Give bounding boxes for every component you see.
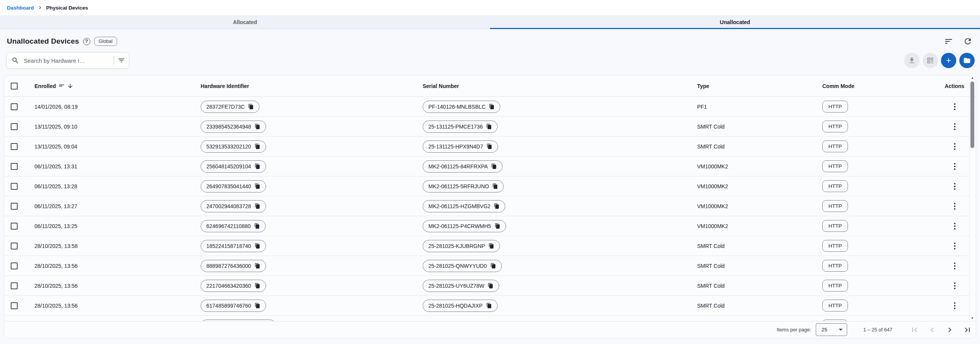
help-icon[interactable]: ? (83, 38, 90, 45)
copy-icon[interactable] (490, 263, 496, 269)
download-button[interactable] (904, 53, 920, 68)
row-checkbox[interactable] (11, 203, 18, 210)
serial-number-chip[interactable]: 25-281025-HQDAJIXP (423, 300, 498, 312)
previous-page-button[interactable] (928, 325, 937, 334)
next-page-button[interactable] (945, 325, 954, 334)
filter-icon[interactable] (118, 57, 125, 64)
copy-icon[interactable] (489, 104, 495, 109)
sort-desc-arrow-icon (67, 83, 74, 89)
row-checkbox[interactable] (11, 243, 18, 249)
copy-icon[interactable] (255, 283, 260, 289)
serial-number-chip[interactable]: 25-281025-UY6UZ78W (423, 280, 499, 292)
hardware-id-chip[interactable]: 617485899746760 (201, 300, 266, 312)
row-checkbox[interactable] (11, 183, 18, 190)
copy-icon[interactable] (494, 203, 500, 209)
copy-icon[interactable] (487, 143, 492, 149)
sort-icon[interactable] (944, 37, 953, 46)
hardware-id-chip[interactable]: 264907835041440 (201, 180, 266, 192)
row-actions-menu-icon[interactable] (951, 122, 958, 131)
serial-number-chip[interactable]: PF-140126-MNLBSBLC (423, 101, 500, 113)
row-actions-menu-icon[interactable] (951, 202, 958, 210)
copy-icon[interactable] (254, 223, 260, 229)
serial-number-chip[interactable]: 25-281025-KJUBRGNP (423, 240, 500, 252)
vertical-scrollbar[interactable]: ▲ ▼ (969, 76, 975, 321)
copy-icon[interactable] (255, 183, 260, 189)
row-actions-menu-icon[interactable] (951, 103, 958, 111)
search-box[interactable] (6, 52, 129, 69)
row-actions-menu-icon[interactable] (951, 262, 958, 270)
row-actions-menu-icon[interactable] (951, 302, 958, 310)
copy-icon[interactable] (248, 104, 254, 109)
hardware-id-chip[interactable]: 221704663420360 (201, 280, 266, 292)
row-checkbox[interactable] (11, 143, 18, 150)
scroll-up-icon[interactable]: ▲ (971, 76, 974, 80)
serial-number-chip[interactable]: MK2-061125-5RFRJUNO (423, 180, 504, 192)
type-cell: VM1000MK2 (697, 183, 822, 189)
hardware-id-chip[interactable]: 185224158718740 (201, 240, 266, 252)
copy-icon[interactable] (255, 143, 260, 149)
copy-icon[interactable] (486, 303, 492, 308)
last-page-button[interactable] (963, 325, 972, 334)
first-page-button[interactable] (910, 325, 919, 334)
table-row: 06/11/2025, 13:31 256048145209104 MK2-06… (4, 157, 976, 176)
row-actions-menu-icon[interactable] (951, 282, 958, 290)
select-all-checkbox[interactable] (11, 83, 18, 90)
row-checkbox[interactable] (11, 302, 18, 309)
copy-icon[interactable] (255, 303, 260, 308)
tab-unallocated[interactable]: Unallocated (490, 15, 980, 29)
row-checkbox[interactable] (11, 223, 18, 230)
hardware-id-chip[interactable]: 624696742110880 (201, 220, 266, 232)
row-actions-menu-icon[interactable] (951, 222, 958, 230)
copy-icon[interactable] (491, 163, 497, 169)
serial-number-chip[interactable]: 25-131125-HPX9N4D7 (423, 140, 498, 153)
add-device-button[interactable] (941, 53, 956, 68)
copy-icon[interactable] (486, 124, 492, 129)
row-actions-menu-icon[interactable] (951, 242, 958, 250)
serial-number-chip[interactable]: 25-281025-QNWYYUD0 (423, 260, 502, 272)
folder-button[interactable] (959, 53, 975, 68)
row-actions-menu-icon[interactable] (951, 182, 958, 191)
serial-number-chip[interactable]: MK2-061125-84RFRXPA (423, 160, 503, 173)
tab-allocated[interactable]: Allocated (0, 15, 490, 29)
scrollbar-thumb[interactable] (970, 82, 974, 148)
refresh-icon[interactable] (963, 37, 972, 46)
breadcrumb-dashboard-link[interactable]: Dashboard (7, 5, 34, 11)
copy-icon[interactable] (255, 124, 260, 129)
items-per-page-label: Items per page: (777, 327, 811, 333)
column-header-enrolled[interactable]: Enrolled (34, 83, 201, 89)
hardware-id-chip[interactable]: 888987276436000 (201, 260, 266, 272)
enrolled-cell: 06/11/2025, 13:28 (34, 183, 201, 189)
row-actions-menu-icon[interactable] (951, 162, 958, 171)
search-input[interactable] (19, 57, 114, 64)
serial-number-chip[interactable]: MK2-061125-HZGMBVG2 (423, 200, 505, 212)
serial-number-chip[interactable]: MK2-061125-P4CRWMH5 (423, 220, 506, 232)
row-checkbox[interactable] (11, 103, 18, 110)
row-checkbox[interactable] (11, 163, 18, 170)
copy-icon[interactable] (488, 283, 493, 289)
row-checkbox[interactable] (11, 262, 18, 269)
scroll-down-icon[interactable]: ▼ (971, 316, 974, 321)
copy-icon[interactable] (255, 163, 260, 169)
serial-number-chip[interactable]: 25-131125-PMCE1736 (423, 121, 498, 133)
hardware-id-chip[interactable]: 28372FE7D73C (201, 101, 260, 113)
enrolled-cell: 06/11/2025, 13:31 (34, 163, 201, 170)
row-actions-menu-icon[interactable] (951, 142, 958, 151)
qr-code-button[interactable] (923, 53, 938, 68)
hardware-id-chip[interactable]: 247002944083728 (201, 200, 266, 212)
type-cell: SMRT Cold (697, 124, 822, 130)
copy-icon[interactable] (255, 263, 260, 269)
copy-icon[interactable] (488, 243, 494, 249)
copy-icon[interactable] (255, 243, 260, 249)
copy-icon[interactable] (492, 183, 498, 189)
row-checkbox[interactable] (11, 123, 18, 130)
items-per-page-select[interactable]: 25 (816, 323, 847, 336)
hardware-id-chip[interactable]: 256048145209104 (201, 160, 266, 173)
column-header-hardware-identifier: Hardware Identifier (201, 83, 423, 89)
row-checkbox[interactable] (11, 282, 18, 289)
enrolled-cell: 06/11/2025, 13:27 (34, 203, 201, 209)
hardware-id-chip[interactable]: 532913533202120 (201, 140, 266, 153)
type-cell: PF1 (697, 104, 822, 110)
copy-icon[interactable] (495, 223, 500, 229)
copy-icon[interactable] (255, 203, 260, 209)
hardware-id-chip[interactable]: 233985452364948 (201, 121, 266, 133)
